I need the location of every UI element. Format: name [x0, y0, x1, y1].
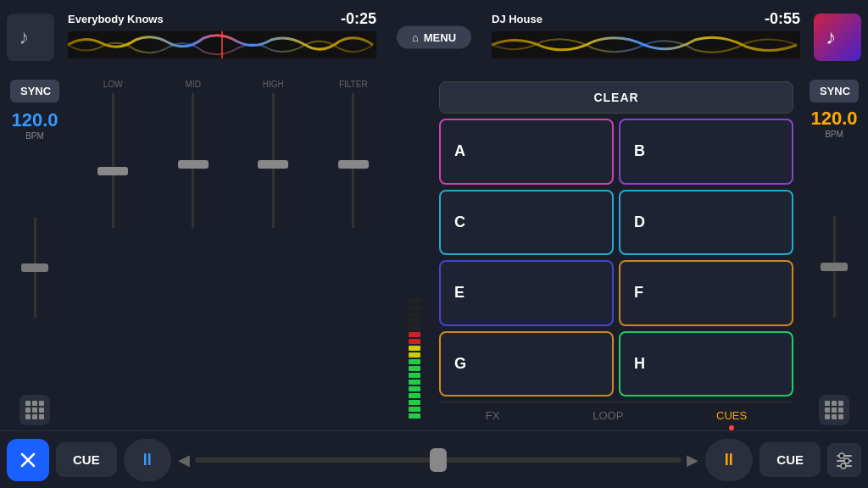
pad-C-button[interactable]: C — [439, 190, 614, 256]
left-track-time: -0:25 — [341, 10, 376, 28]
right-bpm-value: 120.0 — [810, 108, 857, 130]
clear-button[interactable]: CLEAR — [439, 81, 793, 114]
right-pitch-handle[interactable] — [821, 263, 848, 271]
eq-low-handle[interactable] — [97, 167, 128, 175]
right-grid-button[interactable] — [819, 395, 849, 425]
pad-B-button[interactable]: B — [619, 119, 793, 185]
eq-high-track — [272, 92, 275, 228]
left-sync-col: SYNC 120.0 BPM — [5, 80, 64, 425]
right-bpm-display: 120.0 BPM — [810, 108, 857, 139]
eq-section: LOW MID HIGH FILTER — [66, 80, 400, 425]
left-track-section: Everybody Knows -0:25 — [61, 0, 383, 75]
right-pitch-track — [833, 216, 836, 318]
volume-level-meter — [409, 83, 420, 422]
pad-E-button[interactable]: E — [439, 260, 614, 326]
right-track-name: DJ House — [492, 13, 542, 25]
left-pitch-handle[interactable] — [21, 263, 48, 272]
left-grid-icon — [25, 401, 44, 419]
pad-F-button[interactable]: F — [619, 260, 793, 326]
right-track-time: -0:55 — [765, 10, 800, 28]
eq-label-filter: FILTER — [328, 80, 379, 89]
left-pause-icon: ⏸ — [139, 450, 156, 469]
pad-D-button[interactable]: D — [619, 190, 793, 256]
svg-point-12 — [841, 463, 846, 469]
eq-sliders — [70, 89, 397, 425]
volume-meter — [402, 80, 427, 425]
left-bpm-value: 120.0 — [11, 109, 58, 131]
main-area: SYNC 120.0 BPM LOW MID — [0, 75, 868, 430]
eq-label-high: HIGH — [248, 80, 298, 89]
music-note-icon-right: ♪ — [826, 25, 849, 49]
left-album-art: ♪ — [7, 14, 54, 61]
left-pitch-track — [34, 217, 36, 319]
music-note-icon-left: ♪ — [19, 25, 42, 49]
left-pause-button[interactable]: ⏸ — [124, 439, 171, 481]
right-bpm-unit: BPM — [810, 130, 857, 139]
cue-tabs: FX LOOP CUES — [439, 402, 793, 424]
left-sync-button[interactable]: SYNC — [10, 80, 59, 103]
eq-high-handle[interactable] — [258, 160, 288, 169]
mixer-settings-button[interactable] — [827, 443, 861, 477]
tab-cues[interactable]: CUES — [703, 408, 760, 424]
center-header: ⌂ MENU — [383, 0, 485, 75]
pad-G-button[interactable]: G — [439, 331, 614, 397]
right-waveform — [485, 28, 807, 65]
pad-H-button[interactable]: H — [619, 331, 793, 397]
eq-mid-handle[interactable] — [178, 160, 209, 169]
right-pause-button[interactable]: ⏸ — [705, 439, 753, 481]
x-button[interactable] — [7, 439, 49, 481]
left-bpm-unit: BPM — [11, 131, 58, 141]
crossfader-section: ◀ ▶ — [178, 451, 699, 469]
eq-label-low: LOW — [87, 80, 138, 89]
right-track-art: ♪ — [807, 0, 868, 75]
eq-low-track — [112, 92, 114, 228]
pad-A-button[interactable]: A — [439, 119, 614, 185]
left-track-art: ♪ — [0, 0, 61, 75]
bottom-bar: CUE ⏸ ◀ ▶ ⏸ CUE — [0, 430, 868, 488]
left-track-name: Everybody Knows — [68, 13, 164, 25]
cue-panel: CLEAR A B C D E F G H FX LOOP CUES — [432, 75, 800, 430]
left-bpm-display: 120.0 BPM — [11, 109, 58, 141]
svg-point-8 — [839, 453, 844, 458]
right-pitch-slider[interactable] — [833, 144, 836, 390]
menu-button[interactable]: ⌂ MENU — [397, 26, 471, 49]
eq-filter-handle[interactable] — [338, 160, 369, 169]
right-album-art: ♪ — [814, 14, 861, 61]
right-sync-button[interactable]: SYNC — [810, 80, 859, 103]
right-pause-icon: ⏸ — [721, 450, 737, 469]
svg-point-10 — [844, 458, 849, 463]
home-icon: ⌂ — [412, 31, 419, 44]
right-sync-col: SYNC 120.0 BPM — [800, 75, 868, 430]
left-pitch-slider[interactable] — [34, 147, 36, 388]
svg-text:♪: ♪ — [19, 25, 29, 48]
eq-labels: LOW MID HIGH FILTER — [70, 80, 397, 89]
svg-text:♪: ♪ — [826, 25, 836, 48]
right-waveform-svg — [492, 31, 800, 58]
left-waveform-svg: // Will be rendered as inline rects — [68, 31, 376, 58]
right-grid-icon — [825, 401, 843, 419]
eq-filter-track — [352, 92, 354, 228]
eq-mid-track — [192, 92, 194, 228]
eq-filter-slider[interactable] — [335, 92, 372, 422]
tab-loop[interactable]: LOOP — [579, 408, 637, 424]
mixer-icon — [835, 451, 854, 469]
right-arrow-icon: ▶ — [687, 451, 698, 469]
left-arrow-icon: ◀ — [178, 451, 190, 469]
left-cue-button[interactable]: CUE — [56, 442, 117, 477]
header: ♪ Everybody Knows -0:25 — [0, 0, 868, 75]
eq-label-mid: MID — [168, 80, 219, 89]
crossfader-handle[interactable] — [430, 448, 447, 472]
eq-mid-slider[interactable] — [175, 92, 212, 422]
left-mixer: SYNC 120.0 BPM LOW MID — [0, 75, 432, 430]
pad-grid: A B C D E F G H — [439, 119, 793, 396]
crossfader-track[interactable] — [195, 458, 682, 463]
left-grid-button[interactable] — [19, 395, 50, 425]
tab-fx[interactable]: FX — [472, 408, 514, 424]
right-cue-button[interactable]: CUE — [760, 442, 821, 477]
eq-low-slider[interactable] — [94, 92, 131, 422]
eq-high-slider[interactable] — [254, 92, 292, 422]
x-icon — [19, 451, 37, 469]
right-track-section: DJ House -0:55 — [485, 0, 807, 75]
left-waveform: // Will be rendered as inline rects — [61, 28, 383, 65]
